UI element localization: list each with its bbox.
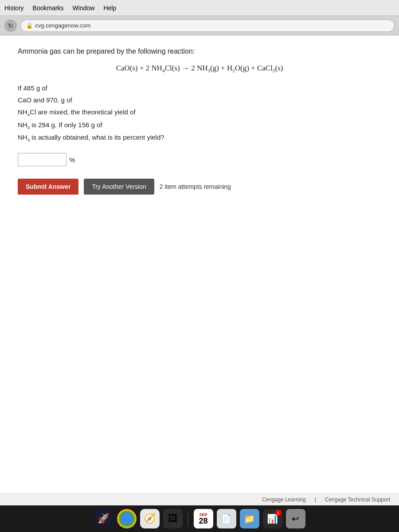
- problem-line2: CaO and 970. g of: [18, 96, 72, 104]
- problem-line3: NH4Cl are mixed, the theoretical yield o…: [18, 108, 136, 116]
- calendar-day: 28: [199, 517, 207, 525]
- cengage-support-link[interactable]: Cengage Technical Support: [325, 497, 390, 503]
- menu-history[interactable]: History: [4, 4, 24, 12]
- reload-button[interactable]: ↻: [4, 20, 17, 32]
- taskbar: 🚀 🧭 🖼 SEP 28 📄 📁 📊 1 ↩: [0, 505, 399, 532]
- button-row: Submit Answer Try Another Version 2 item…: [18, 179, 381, 195]
- white-app-icon: 📄: [221, 513, 232, 524]
- address-bar[interactable]: 🔒 cvg.cengagenow.com: [20, 20, 395, 32]
- url-text: cvg.cengagenow.com: [35, 22, 90, 29]
- problem-line4: NH3 is 294 g. If only 156 g of: [18, 121, 102, 129]
- files-icon: 📁: [244, 513, 255, 524]
- attempts-remaining-text: 2 item attempts remaining: [160, 183, 231, 190]
- dock-dark-app[interactable]: 📊 1: [263, 509, 282, 528]
- problem-statement: If 485 g of CaO and 970. g of NH4Cl are …: [18, 82, 381, 144]
- menu-window[interactable]: Window: [73, 4, 95, 12]
- photo-icon: 🖼: [168, 513, 178, 524]
- menu-bar: History Bookmarks Window Help: [0, 0, 399, 16]
- dock-compass[interactable]: 🧭: [140, 509, 160, 528]
- reload-icon: ↻: [8, 22, 13, 29]
- lock-icon: 🔒: [26, 23, 33, 29]
- rocket-icon: 🚀: [98, 513, 110, 524]
- dock-rocket[interactable]: 🚀: [94, 509, 113, 528]
- dock-arrow-app[interactable]: ↩: [286, 509, 305, 528]
- arrow-icon: ↩: [292, 513, 299, 524]
- dock-white-app[interactable]: 📄: [217, 509, 236, 528]
- menu-bookmarks[interactable]: Bookmarks: [33, 4, 64, 12]
- dock-files[interactable]: 📁: [240, 509, 259, 528]
- content-area: Ammonia gas can be prepared by the follo…: [0, 35, 399, 505]
- problem-line1: If 485 g of: [18, 84, 47, 92]
- percent-label: %: [69, 156, 75, 164]
- dock-badge: 1: [275, 510, 282, 516]
- dock-chrome[interactable]: [117, 509, 137, 528]
- chemical-equation: CaO(s) + 2 NH4Cl(s) → 2 NH3(g) + H2O(g) …: [18, 64, 381, 73]
- browser-chrome: ↻ 🔒 cvg.cengagenow.com: [0, 16, 399, 35]
- footer-separator: |: [315, 497, 316, 503]
- question-intro: Ammonia gas can be prepared by the follo…: [18, 46, 381, 57]
- dock-separator: [188, 511, 188, 527]
- problem-line5: NH3 is actually obtained, what is its pe…: [18, 133, 164, 141]
- answer-input[interactable]: [18, 153, 66, 166]
- answer-row: %: [18, 153, 381, 166]
- submit-answer-button[interactable]: Submit Answer: [18, 179, 78, 195]
- try-another-version-button[interactable]: Try Another Version: [84, 179, 154, 195]
- compass-icon: 🧭: [144, 513, 156, 524]
- footer-bar: Cengage Learning | Cengage Technical Sup…: [0, 493, 399, 505]
- dock-calendar[interactable]: SEP 28: [194, 509, 213, 528]
- menu-help[interactable]: Help: [103, 4, 116, 12]
- dock-photo[interactable]: 🖼: [163, 509, 183, 528]
- cengage-learning-link[interactable]: Cengage Learning: [262, 497, 306, 503]
